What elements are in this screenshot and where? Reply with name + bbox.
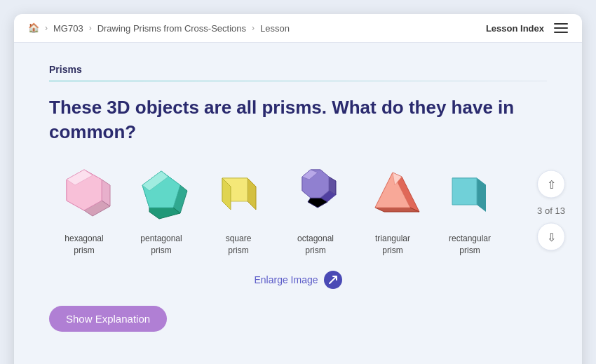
home-icon[interactable]: 🏠 (28, 22, 39, 34)
show-explanation-button[interactable]: Show Explanation (49, 306, 167, 332)
breadcrumb-course[interactable]: Drawing Prisms from Cross-Sections (97, 23, 246, 34)
hexagonal-prism-label: hexagonalprism (65, 233, 103, 257)
enlarge-label[interactable]: Enlarge Image (254, 274, 318, 285)
nav-side: ⇧ 3 of 13 ⇩ (537, 170, 565, 251)
pentagonal-prism-svg (130, 164, 193, 227)
enlarge-icon[interactable] (324, 271, 342, 289)
rectangular-prism-label: rectangularprism (449, 233, 491, 257)
content-area: Prisms These 3D objects are all prisms. … (14, 43, 582, 364)
prism-item-pentagonal: pentagonalprism (126, 164, 196, 257)
nav-page-label: 3 of 13 (537, 205, 565, 216)
pentagonal-prism-label: pentagonalprism (140, 233, 182, 257)
prism-item-hexagonal: hexagonalprism (49, 164, 119, 257)
prism-item-square: squareprism (203, 164, 273, 257)
nav-down-button[interactable]: ⇩ (537, 223, 565, 251)
breadcrumb: 🏠 › MG703 › Drawing Prisms from Cross-Se… (28, 22, 290, 34)
square-prism-svg (207, 164, 270, 227)
main-question: These 3D objects are all prisms. What do… (49, 95, 526, 144)
breadcrumb-sep-2: › (89, 23, 92, 33)
breadcrumb-sep-3: › (252, 23, 255, 33)
svg-marker-11 (248, 178, 256, 210)
octagonal-prism-svg (284, 164, 347, 227)
rectangular-prism-svg (438, 164, 501, 227)
app-window: 🏠 › MG703 › Drawing Prisms from Cross-Se… (14, 14, 582, 364)
header-right: Lesson Index (486, 23, 568, 34)
svg-marker-7 (149, 208, 180, 219)
triangular-prism-label: triangularprism (375, 233, 410, 257)
octagonal-prism-label: octagonalprism (297, 233, 334, 257)
divider (49, 81, 547, 81)
prisms-row: hexagonalprism pentagonalprism (49, 164, 547, 257)
header: 🏠 › MG703 › Drawing Prisms from Cross-Se… (14, 14, 582, 43)
breadcrumb-mg703[interactable]: MG703 (53, 23, 83, 34)
prism-item-octagonal: octagonalprism (280, 164, 351, 257)
prism-item-triangular: triangularprism (358, 164, 428, 257)
enlarge-row: Enlarge Image (49, 271, 547, 289)
square-prism-label: squareprism (226, 233, 252, 257)
prism-item-rectangular: rectangularprism (435, 164, 505, 257)
lesson-index-button[interactable]: Lesson Index (486, 23, 544, 34)
svg-marker-26 (477, 178, 486, 212)
menu-icon[interactable] (554, 23, 568, 33)
nav-up-button[interactable]: ⇧ (537, 170, 565, 198)
breadcrumb-sep-1: › (45, 23, 48, 33)
hexagonal-prism-svg (53, 164, 116, 227)
breadcrumb-lesson[interactable]: Lesson (260, 23, 290, 34)
triangular-prism-svg (361, 164, 424, 227)
section-label: Prisms (49, 64, 547, 75)
svg-marker-27 (452, 178, 477, 205)
